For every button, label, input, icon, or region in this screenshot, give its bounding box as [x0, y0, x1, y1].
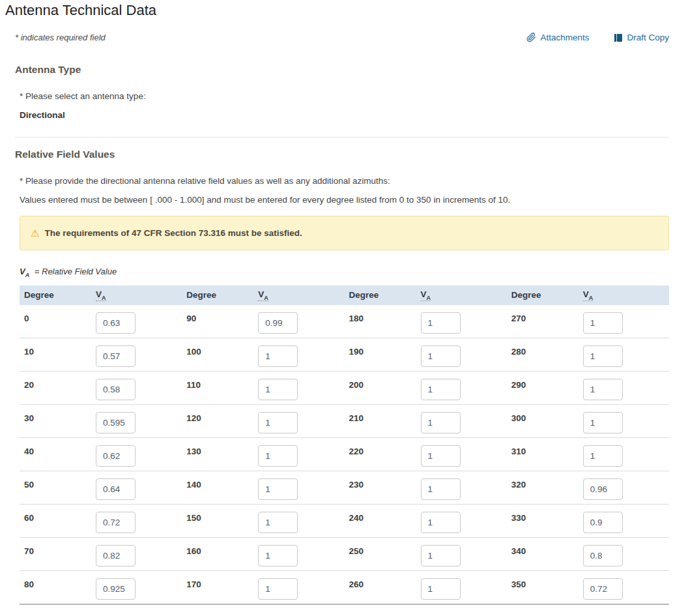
degree-header: Degree: [24, 286, 54, 305]
header-group: Degree VA: [507, 286, 669, 305]
degree-cell: 10: [20, 338, 182, 371]
degree-cell: 290: [507, 372, 669, 404]
relative-field-input[interactable]: [96, 545, 136, 566]
relative-field-input[interactable]: [258, 379, 298, 400]
va-legend-text: = Relative Field Value: [35, 267, 117, 276]
relative-field-input[interactable]: [258, 512, 298, 533]
degree-label: 280: [511, 347, 526, 357]
relative-field-input[interactable]: [258, 445, 298, 467]
section-divider: [15, 137, 669, 138]
degree-label: 230: [349, 480, 364, 490]
degree-cell: 300: [507, 405, 669, 437]
degree-label: 310: [511, 447, 526, 456]
antenna-type-prompt: * Please select an antenna type:: [20, 91, 686, 101]
relative-field-heading: Relative Field Values: [15, 149, 686, 160]
table-header: Degree VA Degree VA Degree VA Degree VA: [20, 286, 669, 305]
degree-label: 80: [24, 579, 34, 589]
relative-field-input[interactable]: [96, 345, 136, 367]
relative-field-input[interactable]: [258, 345, 298, 367]
relative-field-input[interactable]: [96, 445, 136, 467]
va-header[interactable]: VA: [96, 289, 106, 302]
relative-field-input[interactable]: [421, 578, 461, 600]
relative-field-input[interactable]: [421, 512, 461, 533]
relative-field-input[interactable]: [583, 512, 623, 533]
degree-cell: 280: [507, 338, 669, 371]
relative-field-input[interactable]: [421, 445, 461, 467]
table-row: 30 120 210 300: [20, 405, 669, 438]
book-icon: [614, 33, 623, 42]
degree-cell: 70: [20, 538, 182, 570]
degree-label: 350: [511, 579, 526, 589]
relative-field-input[interactable]: [258, 412, 298, 433]
relative-field-input[interactable]: [96, 412, 136, 433]
degree-cell: 0: [20, 305, 182, 338]
degree-cell: 100: [182, 338, 344, 371]
degree-cell: 130: [182, 438, 344, 471]
degree-cell: 250: [345, 538, 507, 570]
degree-label: 20: [24, 380, 34, 390]
relative-field-input[interactable]: [258, 312, 298, 334]
degree-label: 240: [349, 513, 364, 523]
table-row: 70 160 250 340: [20, 538, 669, 571]
relative-field-input[interactable]: [421, 312, 461, 334]
relative-field-input[interactable]: [583, 312, 623, 334]
degree-cell: 50: [20, 471, 182, 504]
relative-field-input[interactable]: [583, 578, 623, 600]
table-row: 40 130 220 310: [20, 438, 669, 471]
table-row: 10 100 190 280: [20, 338, 669, 372]
degree-label: 40: [24, 447, 34, 456]
relative-field-input[interactable]: [96, 512, 136, 533]
va-header[interactable]: VA: [583, 289, 593, 302]
draft-copy-link[interactable]: Draft Copy: [614, 33, 669, 42]
required-field-note: * indicates required field: [15, 33, 106, 42]
relative-field-input[interactable]: [421, 412, 461, 433]
relative-field-input[interactable]: [583, 345, 623, 367]
relative-field-input[interactable]: [583, 379, 623, 400]
field-values-rows: 0 90 180 270 10 100 190 280: [20, 305, 669, 605]
va-header[interactable]: VA: [258, 289, 268, 302]
header-group: Degree VA: [345, 286, 507, 305]
degree-label: 100: [186, 347, 201, 357]
relative-field-input[interactable]: [421, 345, 461, 367]
degree-cell: 90: [182, 305, 344, 338]
relative-field-input[interactable]: [96, 379, 136, 400]
degree-cell: 330: [507, 505, 669, 537]
degree-cell: 150: [182, 505, 344, 537]
warning-icon: ⚠: [31, 228, 39, 238]
antenna-type-heading: Antenna Type: [15, 64, 686, 76]
va-header[interactable]: VA: [421, 289, 431, 302]
relative-field-prompt: * Please provide the directional antenna…: [20, 176, 686, 186]
attachments-label: Attachments: [540, 33, 589, 42]
degree-label: 70: [24, 546, 34, 556]
degree-cell: 270: [507, 305, 669, 338]
degree-label: 330: [511, 513, 526, 523]
relative-field-input[interactable]: [421, 478, 461, 500]
relative-field-input[interactable]: [583, 412, 623, 433]
attachments-link[interactable]: Attachments: [526, 33, 589, 42]
relative-field-input[interactable]: [258, 578, 298, 600]
degree-label: 320: [511, 480, 526, 490]
degree-cell: 110: [182, 372, 344, 404]
paperclip-icon: [526, 33, 536, 42]
meta-row: * indicates required field Attachments D…: [15, 33, 669, 42]
relative-field-input[interactable]: [96, 478, 136, 500]
degree-cell: 190: [345, 338, 507, 371]
relative-field-input[interactable]: [583, 478, 623, 500]
table-row: 80 170 260 350: [20, 571, 669, 605]
relative-field-input[interactable]: [258, 545, 298, 566]
relative-field-input[interactable]: [258, 478, 298, 500]
range-note: Values entered must be between [ .000 - …: [20, 195, 686, 205]
relative-field-input[interactable]: [96, 578, 136, 600]
relative-field-input[interactable]: [421, 545, 461, 566]
degree-label: 110: [186, 380, 201, 390]
degree-cell: 220: [345, 438, 507, 471]
relative-field-input[interactable]: [96, 312, 136, 334]
degree-cell: 320: [507, 471, 669, 504]
degree-cell: 60: [20, 505, 182, 537]
relative-field-input[interactable]: [583, 545, 623, 566]
relative-field-input[interactable]: [583, 445, 623, 467]
degree-label: 290: [511, 380, 526, 390]
relative-field-input[interactable]: [421, 379, 461, 400]
degree-cell: 230: [345, 471, 507, 504]
degree-label: 170: [186, 579, 201, 589]
